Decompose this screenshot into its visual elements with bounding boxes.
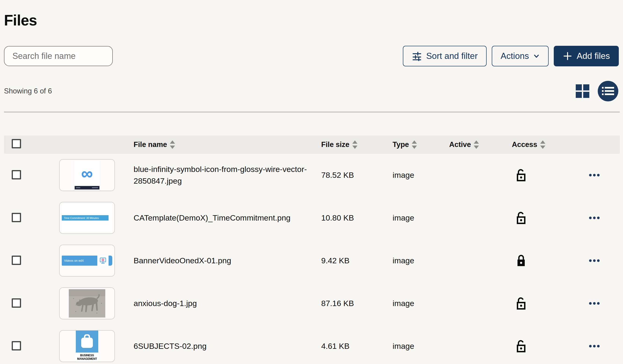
file-row: Time Commitment: 30 Minutes CATemplate(D… [4,197,620,239]
sort-and-filter-button[interactable]: Sort and filter [403,46,487,66]
column-header-label: Active [449,141,471,149]
sort-arrows-icon [540,141,545,149]
file-size: 10.80 KB [321,213,354,222]
grid-view-button[interactable] [574,83,591,99]
file-size: 4.61 KB [321,342,350,350]
lock-open-icon [516,297,526,310]
row-menu-button[interactable] [586,342,603,351]
file-access [512,254,584,267]
file-type: image [393,342,414,350]
sort-arrows-icon [352,141,357,149]
kebab-dot [593,174,596,176]
column-header-access[interactable]: Access [512,141,545,149]
kebab-dot [589,345,592,347]
search-input[interactable] [4,46,113,66]
grid-view-icon [575,84,590,98]
file-access [512,211,584,224]
kebab-dot [593,259,596,262]
row-menu-button[interactable] [586,171,603,180]
lock-open-icon [516,169,526,182]
toolbar: Sort and filter Actions [4,46,620,66]
view-toggles [574,81,620,101]
kebab-dot [593,217,596,219]
kebab-dot [593,345,596,347]
file-access [512,340,584,353]
list-view-button[interactable] [598,81,618,101]
row-select-checkbox[interactable] [12,213,21,222]
file-name: blue-infinity-symbol-icon-from-glossy-wi… [134,165,307,185]
sort-arrows-icon [412,141,417,149]
files-table: File name File size Type Active [4,136,620,364]
row-menu-button[interactable] [586,299,603,308]
tune-icon [412,51,422,61]
plus-icon [563,51,573,61]
kebab-dot [593,302,596,305]
row-menu-button[interactable] [586,213,603,222]
section-divider [4,112,620,112]
column-header-file-name[interactable]: File name [134,141,175,149]
kebab-dot [589,259,592,262]
toolbar-buttons: Sort and filter Actions [403,46,620,66]
column-header-label: Access [512,141,537,149]
column-header-type[interactable]: Type [393,141,417,149]
sort-arrows-icon [170,141,175,149]
file-thumbnail: Videos on edX [59,245,115,277]
column-header-label: File name [134,141,167,149]
add-files-label: Add files [577,51,610,61]
file-row: anxious-dog-1.jpg 87.16 KB image [4,282,620,325]
files-table-header: File name File size Type Active [4,136,620,154]
file-access [512,169,584,182]
actions-button[interactable]: Actions [492,46,549,66]
kebab-dot [597,174,600,176]
file-thumbnail [59,287,115,319]
page-title: Files [4,0,620,29]
file-name: BannerVideoOnedX-01.png [134,256,231,265]
file-type: image [393,256,414,265]
file-row: BUSINESSMANAGEMENT 6SUBJECTS-02.png 4.61… [4,325,620,364]
file-type: image [393,171,414,180]
file-type: image [393,213,414,222]
kebab-dot [597,217,600,219]
file-row: Videos on edX BannerVideoOnedX-01.png 9.… [4,239,620,282]
chevron-down-icon [533,53,540,59]
row-select-checkbox[interactable] [12,298,21,308]
sort-arrows-icon [474,141,479,149]
file-name: CATemplate(DemoX)_TimeCommitment.png [134,213,290,222]
select-all-checkbox[interactable] [12,139,21,148]
dog-photo-image [69,289,105,318]
files-table-body: ∞ blue-infinity-symbol-icon-from-glossy-… [4,154,620,364]
row-select-checkbox[interactable] [12,170,21,180]
lock-closed-icon [516,254,526,267]
column-header-active[interactable]: Active [449,141,479,149]
kebab-dot [597,259,600,262]
list-view-icon [602,86,614,96]
kebab-dot [597,302,600,305]
infinity-symbol-image: ∞ [75,161,99,189]
kebab-dot [597,345,600,347]
add-files-button[interactable]: Add files [554,46,619,66]
files-page: Files Sort and [0,0,623,364]
lock-open-icon [516,211,526,224]
file-name: 6SUBJECTS-02.png [134,342,207,350]
lock-open-icon [516,340,526,353]
file-size: 9.42 KB [321,256,350,265]
row-menu-button[interactable] [586,256,603,265]
file-thumbnail: Time Commitment: 30 Minutes [59,202,115,234]
column-header-label: Type [393,141,409,149]
column-header-label: File size [321,141,350,149]
file-type: image [393,299,414,308]
summary-row: Showing 6 of 6 [4,81,620,101]
row-select-checkbox[interactable] [12,341,21,350]
column-header-file-size[interactable]: File size [321,141,357,149]
file-name: anxious-dog-1.jpg [134,299,197,308]
business-management-image: BUSINESSMANAGEMENT [76,331,98,362]
file-thumbnail: BUSINESSMANAGEMENT [59,330,115,362]
showing-count-text: Showing 6 of 6 [4,87,52,95]
file-thumbnail: ∞ [59,159,115,191]
sort-and-filter-label: Sort and filter [426,51,478,61]
file-access [512,297,584,310]
row-select-checkbox[interactable] [12,256,21,265]
file-size: 78.52 KB [321,171,354,180]
file-size: 87.16 KB [321,299,354,308]
time-commitment-image: Time Commitment: 30 Minutes [62,204,112,232]
